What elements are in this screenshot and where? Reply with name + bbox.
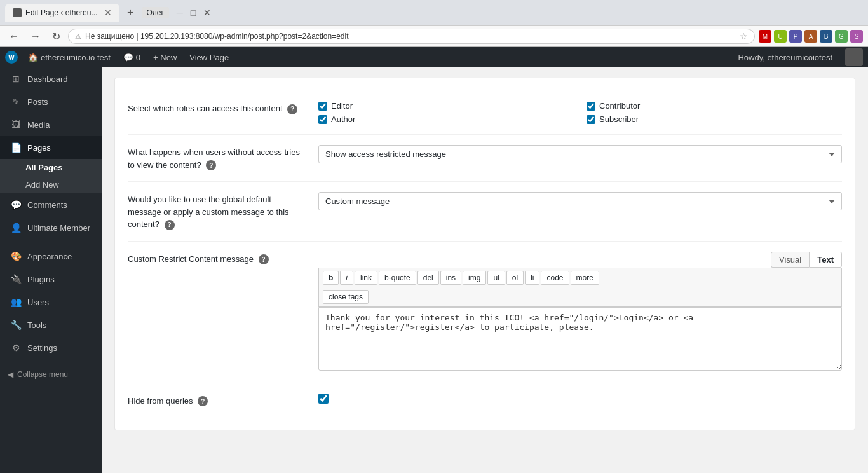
roles-help-icon[interactable]: ? <box>287 104 297 114</box>
subscriber-checkbox[interactable] <box>587 115 595 124</box>
ext-icon-3[interactable]: P <box>789 30 802 43</box>
toolbar-li[interactable]: li <box>525 271 539 285</box>
editor-checkbox[interactable] <box>318 102 327 111</box>
contributor-checkbox[interactable] <box>587 102 595 111</box>
sidebar-sub-add-new[interactable]: Add New <box>0 176 102 193</box>
admin-bar-comments[interactable]: 💬 0 <box>121 53 143 62</box>
access-label: What happens when users without access t… <box>128 145 306 171</box>
sidebar-item-tools[interactable]: 🔧 Tools <box>0 313 102 336</box>
forward-button[interactable]: → <box>27 29 44 43</box>
checkbox-author[interactable]: Author <box>318 114 574 124</box>
tab-text[interactable]: Text <box>809 252 842 268</box>
editor-label: Editor <box>331 101 353 111</box>
message-type-control: Custom message Global default message <box>318 192 842 210</box>
wp-admin-bar: W 🏠 ethereumico.io test 💬 0 + New View P… <box>0 47 868 67</box>
comments-count: 0 <box>136 53 140 62</box>
wp-layout: ⊞ Dashboard ✎ Posts 🖼 Media 📄 Pages All … <box>0 67 868 473</box>
toolbar-code[interactable]: code <box>541 271 569 285</box>
browser-user[interactable]: Олег <box>142 7 169 18</box>
collapse-menu[interactable]: ◀ Collapse menu <box>0 365 102 384</box>
sidebar-item-comments[interactable]: 💬 Comments <box>0 193 102 216</box>
address-url: Не защищено | 195.201.20.193:8080/wp-adm… <box>85 32 736 41</box>
toolbar-img[interactable]: img <box>463 271 486 285</box>
custom-message-control: Visual Text b i link b-quote del ins img… <box>318 252 842 373</box>
wp-sidebar: ⊞ Dashboard ✎ Posts 🖼 Media 📄 Pages All … <box>0 67 102 473</box>
roles-row: Select which roles can access this conte… <box>128 91 842 135</box>
sidebar-item-plugins[interactable]: 🔌 Plugins <box>0 268 102 291</box>
roles-checkbox-grid: Editor Contributor Author <box>318 101 842 124</box>
reload-button[interactable]: ↻ <box>48 29 64 44</box>
sidebar-label-users: Users <box>27 298 49 307</box>
toolbar-ol[interactable]: ol <box>506 271 524 285</box>
checkbox-contributor[interactable]: Contributor <box>587 101 842 111</box>
minimize-button[interactable]: ─ <box>177 8 183 18</box>
sidebar-item-appearance[interactable]: 🎨 Appearance <box>0 245 102 268</box>
tab-close-icon[interactable]: ✕ <box>104 8 112 18</box>
hide-queries-checkbox[interactable] <box>318 394 329 404</box>
sidebar-item-pages[interactable]: 📄 Pages <box>0 136 102 159</box>
sidebar-divider-1 <box>0 242 102 242</box>
author-label: Author <box>331 114 355 124</box>
toolbar-ins[interactable]: ins <box>440 271 461 285</box>
toolbar-italic[interactable]: i <box>340 271 353 285</box>
sidebar-item-media[interactable]: 🖼 Media <box>0 113 102 136</box>
new-label: + New <box>153 53 177 62</box>
access-select[interactable]: Show access restricted message Redirect … <box>318 145 842 163</box>
access-help-icon[interactable]: ? <box>206 160 216 170</box>
message-type-select[interactable]: Custom message Global default message <box>318 192 842 210</box>
wp-logo: W <box>5 51 18 64</box>
sidebar-label-tools: Tools <box>27 320 46 330</box>
sidebar-label-dashboard: Dashboard <box>27 74 68 84</box>
checkbox-editor[interactable]: Editor <box>318 101 574 111</box>
sidebar-divider-2 <box>0 362 102 362</box>
sidebar-item-posts[interactable]: ✎ Posts <box>0 90 102 113</box>
close-button[interactable]: ✕ <box>203 8 211 18</box>
plugins-icon: 🔌 <box>10 273 22 285</box>
browser-tab[interactable]: Edit Page ‹ ethereu... ✕ <box>5 4 119 22</box>
ext-icon-7[interactable]: S <box>850 30 863 43</box>
ext-icon-1[interactable]: M <box>759 30 771 43</box>
sidebar-item-settings[interactable]: ⚙ Settings <box>0 336 102 359</box>
sidebar-item-users[interactable]: 👥 Users <box>0 291 102 313</box>
sidebar-sub-all-pages[interactable]: All Pages <box>0 159 102 176</box>
sidebar-item-ultimate-member[interactable]: 👤 Ultimate Member <box>0 216 102 239</box>
hide-queries-help-icon[interactable]: ? <box>198 396 208 406</box>
toolbar-ul[interactable]: ul <box>487 271 505 285</box>
editor-textarea[interactable]: Thank you for your interest in this ICO!… <box>318 307 842 371</box>
browser-chrome: Edit Page ‹ ethereu... ✕ + Олег ─ □ ✕ ← … <box>0 0 868 47</box>
toolbar-more[interactable]: more <box>571 271 599 285</box>
custom-message-label: Custom Restrict Content message ? <box>128 252 306 266</box>
ext-icon-6[interactable]: G <box>835 30 848 43</box>
toolbar-del[interactable]: del <box>417 271 439 285</box>
new-tab-button[interactable]: + <box>125 6 137 20</box>
site-name: ethereumico.io test <box>41 53 111 62</box>
message-type-help-icon[interactable]: ? <box>165 220 175 230</box>
pages-icon: 📄 <box>10 141 22 154</box>
maximize-button[interactable]: □ <box>191 8 196 18</box>
bookmark-icon[interactable]: ☆ <box>740 31 748 41</box>
sidebar-label-appearance: Appearance <box>27 252 72 261</box>
checkbox-subscriber[interactable]: Subscriber <box>587 114 842 124</box>
custom-message-help-icon[interactable]: ? <box>259 254 269 264</box>
ext-icon-5[interactable]: B <box>820 30 832 43</box>
tab-visual[interactable]: Visual <box>771 252 809 268</box>
appearance-icon: 🎨 <box>10 250 22 263</box>
ext-icon-2[interactable]: U <box>774 30 787 43</box>
admin-bar-new[interactable]: + New <box>151 53 179 62</box>
ext-icon-4[interactable]: A <box>804 30 817 43</box>
admin-bar-site[interactable]: 🏠 ethereumico.io test <box>25 53 113 62</box>
admin-bar-view-page[interactable]: View Page <box>187 53 231 62</box>
toolbar-close-tags[interactable]: close tags <box>323 290 369 304</box>
sidebar-item-dashboard[interactable]: ⊞ Dashboard <box>0 67 102 90</box>
browser-extensions: M U P A B G S <box>759 30 863 43</box>
editor-tabs: Visual Text <box>318 252 842 268</box>
back-button[interactable]: ← <box>5 29 23 43</box>
toolbar-bold[interactable]: b <box>323 271 339 285</box>
message-type-label: Would you like to use the global default… <box>128 192 306 231</box>
subscriber-label: Subscriber <box>599 114 639 124</box>
toolbar-bquote[interactable]: b-quote <box>379 271 416 285</box>
toolbar-link[interactable]: link <box>355 271 377 285</box>
author-checkbox[interactable] <box>318 115 327 124</box>
tools-icon: 🔧 <box>10 319 22 331</box>
address-bar[interactable]: ⚠ Не защищено | 195.201.20.193:8080/wp-a… <box>68 29 755 44</box>
